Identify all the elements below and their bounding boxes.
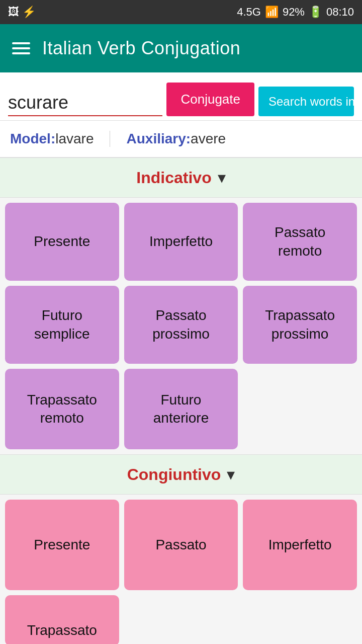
tense-cell-imperfetto[interactable]: Imperfetto xyxy=(124,203,238,281)
tense-label-trapassato-prossimo: Trapassato prossimo xyxy=(251,306,349,343)
congiuntivo-cell-passato[interactable]: Passato xyxy=(124,500,238,590)
tense-cell-futuro-semplice[interactable]: Futuro semplice xyxy=(5,286,119,364)
flash-icon: ⚡ xyxy=(22,6,36,19)
tense-cell-presente[interactable]: Presente xyxy=(5,203,119,281)
tense-cell-futuro-anteriore[interactable]: Futuro anteriore xyxy=(124,369,238,449)
model-label: Model: xyxy=(10,131,55,147)
auxiliary-label: Auxiliary: xyxy=(126,131,191,147)
model-divider xyxy=(110,131,110,147)
auxiliary-value: avere xyxy=(191,131,226,147)
battery-icon: 🔋 xyxy=(309,6,322,19)
tense-label-passato-remoto: Passato remoto xyxy=(251,223,349,260)
indicativo-title: Indicativo xyxy=(136,169,211,187)
app-title: Italian Verb Conjugation xyxy=(42,38,240,59)
indicativo-grid: Presente Imperfetto Passato remoto Futur… xyxy=(0,198,362,454)
tense-label-imperfetto: Imperfetto xyxy=(149,232,213,251)
congiuntivo-cell-imperfetto[interactable]: Imperfetto xyxy=(243,500,357,590)
congiuntivo-label-presente: Presente xyxy=(34,536,90,554)
congiuntivo-label-passato: Passato xyxy=(155,536,206,554)
congiuntivo-label-imperfetto: Imperfetto xyxy=(268,536,332,554)
tense-label-presente: Presente xyxy=(34,232,90,251)
tense-cell-trapassato-prossimo[interactable]: Trapassato prossimo xyxy=(243,286,357,364)
tense-cell-trapassato-remoto[interactable]: Trapassato remoto xyxy=(5,369,119,449)
congiuntivo-title: Congiuntivo xyxy=(127,465,221,484)
tense-cell-passato-remoto[interactable]: Passato remoto xyxy=(243,203,357,281)
app-bar: Italian Verb Conjugation xyxy=(0,24,362,72)
congiuntivo-cell-trapassato[interactable]: Trapassato xyxy=(5,595,119,644)
search-context-button[interactable]: Search words in Context xyxy=(258,87,354,116)
congiuntivo-label-trapassato: Trapassato xyxy=(27,621,97,639)
congiuntivo-cell-presente[interactable]: Presente xyxy=(5,500,119,590)
model-value: lavare xyxy=(55,131,94,147)
congiuntivo-chevron-icon: ▾ xyxy=(227,465,235,484)
search-row: Conjugate Search words in Context xyxy=(0,72,362,121)
tense-label-futuro-semplice: Futuro semplice xyxy=(13,306,111,343)
congiuntivo-grid: Presente Passato Imperfetto Trapassato xyxy=(0,495,362,644)
model-row: Model: lavare Auxiliary: avere xyxy=(0,121,362,157)
photo-icon: 🖼 xyxy=(8,6,19,19)
verb-input[interactable] xyxy=(8,92,162,113)
congiuntivo-section-header[interactable]: Congiuntivo ▾ xyxy=(0,454,362,495)
conjugate-button[interactable]: Conjugate xyxy=(166,83,254,116)
battery-percentage: 92% xyxy=(283,6,305,19)
signal-icon: 📶 xyxy=(265,6,279,19)
tense-label-trapassato-remoto: Trapassato remoto xyxy=(13,391,111,428)
verb-input-wrap xyxy=(8,92,162,116)
tense-label-futuro-anteriore: Futuro anteriore xyxy=(132,391,230,428)
clock: 08:10 xyxy=(326,6,354,19)
indicativo-section-header[interactable]: Indicativo ▾ xyxy=(0,157,362,198)
tense-label-passato-prossimo: Passato prossimo xyxy=(132,306,230,343)
indicativo-chevron-icon: ▾ xyxy=(218,168,226,187)
network-indicator: 4.5G xyxy=(237,6,261,19)
tense-cell-empty xyxy=(243,369,357,449)
menu-button[interactable] xyxy=(12,42,30,54)
tense-cell-passato-prossimo[interactable]: Passato prossimo xyxy=(124,286,238,364)
status-bar: 🖼 ⚡ 4.5G 📶 92% 🔋 08:10 xyxy=(0,0,362,24)
